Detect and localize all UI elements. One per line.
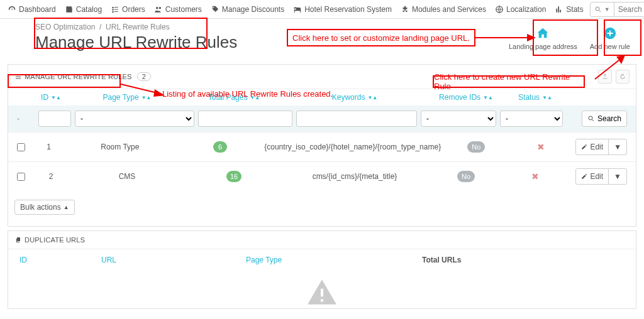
no-badge: No — [467, 141, 485, 153]
col-id[interactable]: ID▼▲ — [41, 93, 61, 102]
add-new-rule-button[interactable]: Add new rule — [586, 23, 634, 54]
search-input[interactable] — [614, 5, 644, 14]
dup-col-page-type[interactable]: Page Type — [246, 256, 416, 264]
nav-catalog[interactable]: Catalog — [61, 0, 106, 19]
filter-status[interactable]: - — [500, 111, 563, 127]
edit-dropdown[interactable]: ▼ — [608, 169, 626, 184]
panel-title: DUPLICATE URLS — [25, 236, 85, 244]
col-remove-ids[interactable]: Remove IDs▼▲ — [439, 93, 493, 102]
edit-dropdown[interactable]: ▼ — [608, 139, 626, 154]
row-checkbox[interactable] — [17, 173, 25, 181]
filter-total-pages[interactable] — [198, 111, 292, 127]
dup-col-id[interactable]: ID — [19, 256, 95, 264]
plus-circle-icon — [603, 26, 617, 40]
filter-keywords[interactable] — [296, 111, 417, 127]
bulk-actions-button[interactable]: Bulk actions▲ — [14, 200, 75, 215]
col-keywords[interactable]: Keywords▼▲ — [332, 93, 378, 102]
status-disabled-icon[interactable]: ✖ — [537, 142, 545, 152]
filter-search-button[interactable]: Search — [582, 111, 627, 127]
annot-text-listing: Listing of available URL Rewrite Rules c… — [162, 89, 333, 99]
top-nav: Dashboard Catalog Orders Customers Manag… — [0, 0, 644, 19]
landing-page-button[interactable]: Landing page address — [505, 23, 581, 54]
page-title: Manage URL Rewrite Rules — [35, 33, 237, 52]
rules-count-badge: 2 — [137, 72, 151, 81]
filter-id[interactable] — [38, 111, 71, 127]
svg-point-3 — [589, 116, 592, 120]
pages-badge: 6 — [213, 141, 227, 153]
filter-page-type[interactable]: - — [75, 111, 194, 127]
rules-panel: MANAGE URL REWRITE RULES 2 ID▼▲ Page Typ… — [8, 64, 636, 227]
list-icon — [14, 73, 22, 80]
pencil-icon — [581, 144, 587, 150]
col-page-type[interactable]: Page Type▼▲ — [103, 93, 151, 102]
nav-orders[interactable]: Orders — [107, 0, 149, 19]
nav-dashboard[interactable]: Dashboard — [4, 0, 60, 19]
select-all[interactable]: - — [17, 114, 19, 123]
nav-customers[interactable]: Customers — [150, 0, 206, 19]
pages-badge: 16 — [226, 171, 242, 182]
table-row[interactable]: 2 CMS 16 cms/{id_cms}/{meta_title} No ✖ … — [8, 161, 636, 191]
status-disabled-icon[interactable]: ✖ — [531, 171, 539, 181]
nav-modules[interactable]: Modules and Services — [397, 0, 490, 19]
search-filter-dropdown[interactable]: ▼ — [591, 3, 614, 16]
global-search: ▼ — [590, 2, 644, 17]
duplicate-urls-panel: DUPLICATE URLS ID URL Page Type Total UR… — [8, 230, 636, 309]
nav-discounts[interactable]: Manage Discounts — [207, 0, 288, 19]
no-badge: No — [457, 171, 475, 182]
nav-stats[interactable]: Stats — [551, 0, 587, 19]
export-button[interactable] — [598, 70, 612, 84]
row-checkbox[interactable] — [17, 143, 25, 151]
edit-button[interactable]: Edit▼ — [575, 139, 627, 155]
panel-title: MANAGE URL REWRITE RULES — [25, 73, 132, 80]
table-row[interactable]: 1 Room Type 6 {country_iso_code}/{hotel_… — [8, 132, 636, 161]
refresh-button[interactable] — [616, 70, 630, 84]
nav-hotel[interactable]: Hotel Reservation System — [289, 0, 396, 19]
breadcrumb: SEO Optimization / URL Rewrite Rules — [35, 23, 237, 31]
dup-table-header: ID URL Page Type Total URLs — [8, 249, 636, 271]
dup-col-url[interactable]: URL — [101, 256, 240, 264]
col-status[interactable]: Status▼▲ — [518, 93, 552, 102]
copy-icon — [14, 236, 22, 244]
pencil-icon — [581, 173, 587, 180]
page-header: SEO Optimization / URL Rewrite Rules Man… — [0, 19, 644, 60]
filter-remove-ids[interactable]: - — [421, 111, 496, 127]
search-icon — [587, 115, 595, 122]
filter-row: - - - - Search — [8, 105, 636, 132]
edit-button[interactable]: Edit▼ — [575, 168, 627, 185]
home-icon — [536, 26, 550, 40]
svg-point-1 — [596, 7, 599, 11]
empty-warning-icon — [8, 271, 636, 308]
dup-col-total: Total URLs — [422, 256, 625, 264]
nav-localization[interactable]: Localization — [491, 0, 550, 19]
